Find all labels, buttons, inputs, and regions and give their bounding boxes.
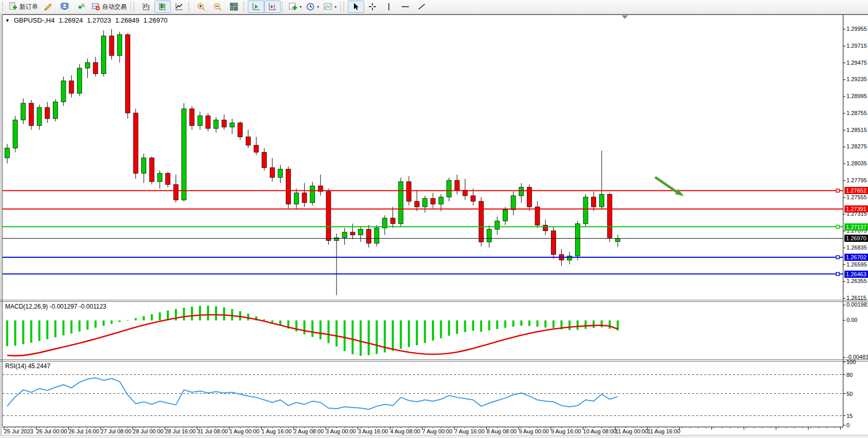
rsi-axis-label: 15 <box>846 413 853 419</box>
indicators-button[interactable]: ▾ <box>286 1 304 13</box>
price-axis-label: 1.28275 <box>846 143 867 149</box>
hline-button[interactable] <box>397 1 413 13</box>
cursor-button[interactable] <box>348 1 364 13</box>
auto-scroll-button[interactable] <box>248 1 264 13</box>
zoom-out-icon <box>213 2 222 11</box>
toolbar-separator <box>130 2 131 12</box>
trendline-button[interactable] <box>413 1 430 13</box>
rsi-indicator-label: RSI(14) 45.2447 <box>5 363 50 370</box>
new-order-button[interactable]: 新订单 <box>7 1 40 13</box>
rsi-axis-label: 50 <box>846 391 853 397</box>
vline-button[interactable] <box>381 1 397 13</box>
styler-button[interactable] <box>40 1 56 13</box>
clock-icon <box>306 2 315 11</box>
time-axis-label: 7 Aug 16:00 <box>455 428 485 434</box>
toolbar-grip <box>282 2 285 11</box>
profile-button[interactable] <box>56 1 73 13</box>
time-axis-label: 31 Jul 08:00 <box>197 428 228 434</box>
auto-scroll-icon <box>251 2 261 11</box>
time-axis-label: 10 Aug 08:00 <box>583 428 617 434</box>
price-axis-label: 1.28515 <box>846 127 867 133</box>
price-tag-1.26702: 1.26702 <box>844 254 868 261</box>
templates-button-caret-icon[interactable]: ▾ <box>334 5 337 9</box>
time-axis-label: 2 Aug 08:00 <box>293 428 324 434</box>
price-tag-1.27391: 1.27391 <box>844 205 868 213</box>
macd-axis-label: 0.001981 <box>846 301 868 308</box>
auto-trading-button[interactable]: 自动交易 <box>89 1 129 13</box>
news-signal-button[interactable] <box>73 1 89 13</box>
price-axis-label: 1.28755 <box>846 110 867 116</box>
periods-button-caret-icon[interactable]: ▾ <box>317 5 319 9</box>
ohlc-close: 1.26970 <box>143 16 167 24</box>
price-axis-label: 1.26835 <box>846 244 867 251</box>
rsi-axis-label: 0 <box>846 422 850 428</box>
signal-icon <box>76 2 86 11</box>
price-axis-label: 1.29235 <box>846 76 867 82</box>
macd-axis-label: 0.00 <box>846 317 857 323</box>
template-icon <box>323 2 332 11</box>
macd-indicator-label: MACD(12,26,9) -0.001297 -0.001123 <box>5 303 106 310</box>
main-toolbar: 新订单自动交易▾▾▾ <box>0 0 868 14</box>
time-axis-label: 26 Jul 00:00 <box>36 428 67 434</box>
time-axis-label: 11 Aug 00:00 <box>615 428 648 434</box>
hline-handle[interactable] <box>836 273 839 276</box>
time-axis-label: 1 Aug 16:00 <box>262 428 292 434</box>
templates-button[interactable]: ▾ <box>321 1 339 13</box>
bars-icon <box>142 2 151 11</box>
profile-icon <box>60 2 69 11</box>
price-axis-label: 1.29955 <box>846 26 867 32</box>
price-axis-label: 1.28035 <box>846 160 867 166</box>
candlestick-button[interactable] <box>154 1 171 13</box>
indicators-button-caret-icon[interactable]: ▾ <box>300 5 302 9</box>
rsi-axis-label: 80 <box>846 372 853 378</box>
crosshair-icon <box>368 2 377 11</box>
chart-symbol-label: GBPUSD-,H4 <box>14 16 54 24</box>
bar-chart-button[interactable] <box>138 1 154 13</box>
autotrade-icon <box>91 2 101 11</box>
price-axis-label: 1.26595 <box>846 261 867 268</box>
price-axis-label: 1.28995 <box>846 93 867 99</box>
zoom-out-button[interactable] <box>209 1 226 13</box>
time-axis-label: 28 Jul 00:00 <box>133 428 164 434</box>
time-axis-label: 11 Aug 16:00 <box>647 428 680 434</box>
price-axis-label: 1.29715 <box>846 43 867 49</box>
time-axis-label: 8 Aug 08:00 <box>487 428 517 434</box>
auto-trading-button-label: 自动交易 <box>102 3 127 11</box>
toolbar-grip <box>133 2 137 11</box>
doc-plus-icon <box>9 2 18 11</box>
tile-windows-button[interactable] <box>226 1 242 13</box>
chart-menu-caret-icon[interactable]: ▼ <box>5 18 10 23</box>
price-tag-1.27652: 1.27652 <box>844 187 868 194</box>
rsi-axis-label: 100 <box>846 359 856 365</box>
crosshair-button[interactable] <box>364 1 381 13</box>
hline-handle[interactable] <box>836 189 839 192</box>
time-axis-label: 7 Aug 00:00 <box>422 428 452 434</box>
tile-icon <box>229 2 239 11</box>
hline-handle[interactable] <box>836 256 839 259</box>
zoom-in-icon <box>196 2 206 11</box>
price-tag-1.26463: 1.26463 <box>844 271 868 278</box>
time-axis-label: 3 Aug 00:00 <box>326 428 356 434</box>
new-order-button-label: 新订单 <box>19 3 38 11</box>
price-axis-label: 1.26355 <box>846 278 867 284</box>
line-chart-button[interactable] <box>171 1 187 13</box>
indicator-plus-icon <box>288 2 298 11</box>
hline-handle[interactable] <box>836 225 839 228</box>
price-axis-label: 1.27555 <box>846 194 867 200</box>
chart-shift-button[interactable] <box>264 1 281 13</box>
time-axis-label: 27 Jul 08:00 <box>101 428 131 434</box>
time-axis-label: 26 Jul 16:00 <box>68 428 99 434</box>
zoom-in-button[interactable] <box>193 1 209 13</box>
price-axis-label: 1.27795 <box>846 177 867 183</box>
toolbar-grip <box>188 2 192 11</box>
toolbar-grip <box>243 2 247 11</box>
chart-title: ▼ GBPUSD-,H4 1.269241.270231.268491.2697… <box>5 16 167 24</box>
toolbar-separator <box>340 2 341 12</box>
time-axis-label: 9 Aug 00:00 <box>519 428 549 434</box>
ohlc-high: 1.27023 <box>87 16 111 24</box>
price-tag-1.26970: 1.26970 <box>844 235 868 242</box>
chart-canvas[interactable] <box>0 0 868 438</box>
time-axis-label: 1 Aug 00:00 <box>229 428 260 434</box>
periods-button[interactable]: ▾ <box>304 1 321 13</box>
ohlc-open: 1.26924 <box>58 16 83 24</box>
